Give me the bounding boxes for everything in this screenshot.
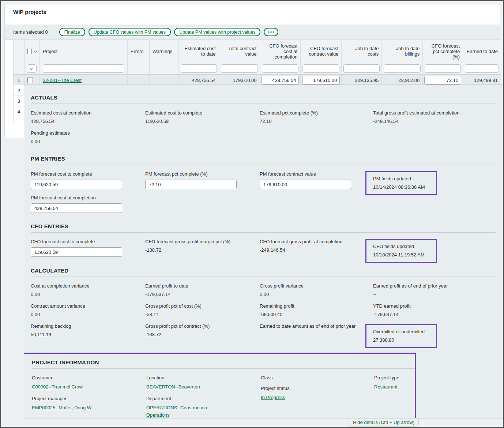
section-title: PM ENTRIES bbox=[31, 155, 496, 162]
title-divider bbox=[5, 19, 500, 19]
location-field: Location BEAVERTON--Beaverton bbox=[146, 375, 254, 390]
errors-cell bbox=[128, 75, 150, 85]
select-all-checkbox[interactable] bbox=[27, 49, 32, 54]
cfo-forecast-cost-at-completion-input[interactable] bbox=[262, 76, 299, 85]
more-actions-button[interactable] bbox=[264, 28, 278, 36]
wip-projects-screen: WIP projects Items selected 0 Finalize U… bbox=[0, 0, 504, 428]
project-information-section: PROJECT INFORMATION Customer C00002--Tra… bbox=[32, 359, 415, 418]
column-header-errors[interactable]: Errors bbox=[128, 40, 150, 63]
ellipsis-icon bbox=[268, 31, 274, 33]
overbilled-or-underbilled-field: Overbilled or underbilled 27,388.80 bbox=[373, 329, 431, 343]
column-header-job-to-date-billings[interactable]: Job to date billings bbox=[382, 40, 423, 63]
total-gross-profit-estimated-field: Total gross profit estimated at completi… bbox=[373, 110, 481, 124]
remaining-backlog-field: Remaining backlog 50,111.19 bbox=[31, 323, 139, 338]
cfo-forecast-cost-at-completion-filter-input[interactable] bbox=[262, 64, 299, 73]
pm-forecast-pct-complete-field: PM forecast pct complete (%) bbox=[145, 171, 253, 189]
column-header-cfo-forecast-pct-complete[interactable]: CFO forecast pct complete (%) bbox=[423, 40, 463, 63]
column-header-estimated-cost-to-date[interactable]: Estimated cost to date bbox=[179, 40, 219, 63]
cfo-forecast-cost-to-complete-input[interactable] bbox=[31, 247, 122, 257]
row-number: 1 bbox=[14, 75, 25, 85]
row-number[interactable]: 2 bbox=[14, 85, 25, 96]
row-number-header bbox=[14, 40, 25, 63]
pm-fields-updated-annotation-box: PM fields updated 10/14/2024 08:36:36 AM bbox=[365, 171, 437, 195]
finalize-button[interactable]: Finalize bbox=[59, 28, 85, 36]
project-status-field: Project status In Progress bbox=[261, 386, 369, 401]
gross-profit-pct-of-contract-field: Gross profit pct of contract (%) -138.72 bbox=[145, 323, 253, 338]
customer-field: Customer C00002--Trammel Crow bbox=[32, 375, 140, 390]
column-header-total-contract-value[interactable]: Total contract value bbox=[219, 40, 260, 63]
section-title: PROJECT INFORMATION bbox=[32, 359, 415, 365]
page-title: WIP projects bbox=[13, 9, 46, 15]
location-link[interactable]: BEAVERTON--Beaverton bbox=[146, 384, 200, 390]
pm-forecast-contract-value-field: PM forecast contract value bbox=[260, 171, 368, 189]
pm-fields-updated-field: PM fields updated 10/14/2024 08:36:36 AM bbox=[373, 176, 431, 190]
column-header-cfo-forecast-cost-at-completion[interactable]: CFO forecast cost at completion bbox=[260, 40, 301, 63]
earned-to-date-filter-input[interactable] bbox=[465, 64, 499, 73]
column-header-earned-to-date[interactable]: Earned to date bbox=[463, 40, 501, 63]
pm-forecast-cost-to-complete-field: PM forecast cost to complete bbox=[31, 171, 139, 189]
row-checkbox[interactable] bbox=[27, 78, 33, 83]
estimated-cost-to-date-filter-input[interactable] bbox=[181, 64, 217, 73]
pm-forecast-cost-to-complete-input[interactable] bbox=[31, 180, 122, 189]
estimated-cost-to-complete-field: Estimated cost to complete 119,620.59 bbox=[145, 110, 253, 124]
pending-estimates-field: Pending estimates 0.00 bbox=[31, 130, 139, 144]
contract-amount-variance-field: Contract amount variance 0.00 bbox=[31, 303, 139, 318]
chevron-down-icon bbox=[30, 66, 34, 70]
column-header-cfo-forecast-contract-value[interactable]: CFO forecast contract value bbox=[301, 40, 342, 63]
selection-filter-dropdown[interactable] bbox=[27, 64, 37, 73]
project-type-link[interactable]: Restaurant bbox=[374, 384, 398, 390]
cfo-forecast-gross-profit-margin-pct-field: CFO forecast gross profit margin pct (%)… bbox=[145, 239, 253, 253]
pm-forecast-pct-complete-input[interactable] bbox=[145, 180, 237, 189]
gross-profit-variance-field: Gross profit variance 0.00 bbox=[260, 283, 368, 297]
grid-toolbar: Items selected 0 Finalize Update CFO val… bbox=[5, 25, 500, 40]
project-status-link[interactable]: In Progress bbox=[261, 395, 285, 400]
row-number bbox=[14, 117, 25, 122]
department-field: Department OPERATIONS--Construction Oper… bbox=[146, 396, 225, 418]
job-to-date-costs-filter-input[interactable] bbox=[343, 64, 380, 73]
column-header-project[interactable]: Project bbox=[40, 40, 128, 63]
pm-forecast-contract-value-input[interactable] bbox=[260, 180, 351, 189]
total-contract-value-filter-input[interactable] bbox=[221, 64, 258, 73]
update-cfo-values-button[interactable]: Update CFO values with PM values bbox=[89, 28, 171, 36]
cfo-forecast-pct-complete-input[interactable] bbox=[424, 76, 461, 85]
earned-profit-to-date-field: Earned profit to date -179,637.14 bbox=[145, 283, 253, 297]
project-manager-field: Project manager EMP00025--Moffet; Doug W bbox=[32, 396, 140, 411]
pm-entries-section: PM ENTRIES PM forecast cost to complete … bbox=[31, 155, 496, 219]
update-pm-values-button[interactable]: Update PM values with project values bbox=[174, 28, 260, 36]
project-filter-input[interactable] bbox=[43, 64, 124, 73]
earned-profit-prior-year-field: Earned profit as of end of prior year -- bbox=[373, 283, 481, 297]
cfo-forecast-contract-value-filter-input[interactable] bbox=[302, 64, 339, 73]
table-filter-row bbox=[14, 63, 501, 75]
earned-to-date-prior-year-field: Earned to date amount as of end of prior… bbox=[260, 323, 368, 338]
row-number[interactable]: 3 bbox=[14, 96, 25, 106]
section-title: CALCULATED bbox=[31, 267, 496, 274]
section-title: CFO ENTRIES bbox=[31, 223, 496, 229]
estimated-pct-complete-field: Estimated pct complete (%) 72.10 bbox=[260, 110, 368, 124]
chevron-down-icon[interactable] bbox=[34, 49, 37, 52]
remaining-profit-field: Remaining profit -69,509.40 bbox=[260, 303, 368, 318]
ytd-earned-profit-field: YTD earned profit -179,637.14 bbox=[373, 303, 481, 318]
pm-forecast-cost-at-completion-input[interactable] bbox=[31, 203, 122, 213]
table-row[interactable]: 1 22-001--The Crest 428,756.54 179,610.0… bbox=[14, 75, 501, 85]
cfo-fields-updated-annotation-box: CFO fields updated 10/10/2024 11:19:52 A… bbox=[365, 239, 437, 263]
job-to-date-billings-filter-input[interactable] bbox=[384, 64, 421, 73]
cfo-forecast-pct-complete-filter-input[interactable] bbox=[425, 64, 461, 73]
class-field: Class bbox=[261, 375, 369, 381]
customer-link[interactable]: C00002--Trammel Crow bbox=[32, 384, 83, 390]
project-manager-link[interactable]: EMP00025--Moffet; Doug W bbox=[32, 405, 91, 410]
items-selected-count: Items selected 0 bbox=[13, 29, 48, 35]
cfo-forecast-contract-value-input[interactable] bbox=[302, 76, 340, 85]
hide-details-tab[interactable]: Hide details (Ctrl + Up arrow) bbox=[349, 418, 419, 427]
table-header-row: Project Errors Warnings Estimated cost t… bbox=[14, 40, 501, 63]
select-all-cell bbox=[25, 40, 40, 63]
cfo-fields-updated-field: CFO fields updated 10/10/2024 11:19:52 A… bbox=[373, 244, 431, 258]
gross-profit-pct-of-cost-field: Gross profit pct of cost (%) -58.11 bbox=[145, 303, 253, 318]
cfo-forecast-cost-to-complete-field: CFO forecast cost to complete bbox=[31, 239, 139, 257]
column-header-warnings[interactable]: Warnings bbox=[150, 40, 179, 63]
pm-forecast-cost-at-completion-field: PM forecast cost at completion bbox=[31, 195, 139, 213]
column-header-job-to-date-costs[interactable]: Job to date costs bbox=[342, 40, 382, 63]
department-link[interactable]: OPERATIONS--Construction Operations bbox=[146, 404, 223, 418]
job-to-date-costs-cell: 309,135.95 bbox=[342, 75, 382, 85]
row-number[interactable]: 4 bbox=[14, 106, 25, 117]
project-link[interactable]: 22-001--The Crest bbox=[43, 78, 82, 83]
